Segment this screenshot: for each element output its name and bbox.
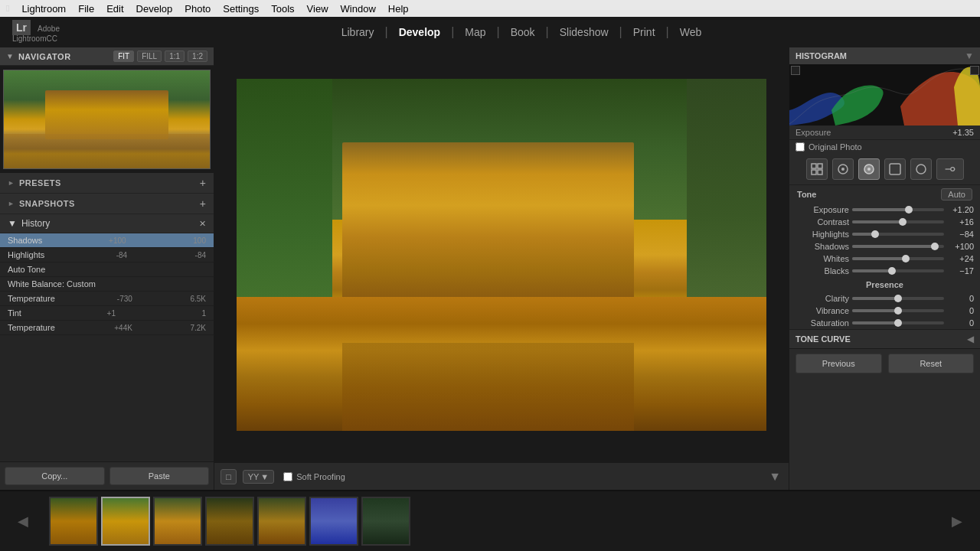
navigator-header[interactable]: ▼ Navigator FIT FILL 1:1 1:2: [0, 47, 214, 66]
highlights-slider-thumb[interactable]: [871, 230, 879, 238]
nav-book[interactable]: Book: [500, 26, 546, 38]
saturation-slider[interactable]: [852, 321, 944, 324]
history-label: History: [21, 218, 50, 229]
filmstrip-collapse-left[interactable]: ◀: [0, 513, 46, 530]
menu-file[interactable]: File: [78, 3, 94, 15]
contrast-slider-thumb[interactable]: [899, 218, 906, 226]
presets-section[interactable]: ► Presets +: [0, 173, 214, 194]
history-item[interactable]: White Balance: Custom: [0, 277, 214, 292]
original-photo-checkbox[interactable]: [795, 142, 805, 152]
blacks-slider-thumb[interactable]: [888, 267, 896, 275]
vibrance-slider[interactable]: [852, 309, 944, 312]
menu-tools[interactable]: Tools: [271, 3, 294, 15]
highlights-slider-label: Highlights: [795, 230, 849, 239]
svg-rect-1: [812, 164, 816, 168]
history-item[interactable]: Highlights -84 -84: [0, 248, 214, 262]
menu-photo[interactable]: Photo: [185, 3, 211, 15]
nav-1to1-btn[interactable]: 1:1: [165, 51, 185, 62]
reset-button[interactable]: Reset: [888, 354, 975, 373]
radial-tool-btn[interactable]: [910, 158, 932, 180]
yx-select[interactable]: YY ▼: [243, 470, 275, 484]
history-item[interactable]: Tint +1 1: [0, 306, 214, 321]
presets-add-btn[interactable]: +: [200, 177, 206, 189]
shadows-slider[interactable]: [852, 245, 944, 248]
snapshots-add-btn[interactable]: +: [200, 197, 206, 210]
blacks-slider[interactable]: [852, 269, 944, 272]
nav-fill-btn[interactable]: FILL: [137, 51, 162, 62]
auto-tone-btn[interactable]: Auto: [941, 188, 972, 201]
crop-tool-btn[interactable]: [832, 158, 854, 180]
highlights-slider[interactable]: [852, 233, 944, 236]
history-item[interactable]: Temperature -730 6.5K: [0, 292, 214, 306]
menu-window[interactable]: Window: [341, 3, 376, 15]
vibrance-slider-thumb[interactable]: [894, 307, 902, 315]
view-mode-btn[interactable]: □: [220, 469, 237, 484]
nav-print[interactable]: Print: [622, 26, 666, 38]
contrast-slider[interactable]: [852, 220, 944, 223]
histogram-header[interactable]: Histogram ▼: [789, 47, 980, 64]
paste-button[interactable]: Paste: [109, 467, 210, 485]
view-expand-btn[interactable]: ▼: [767, 468, 782, 485]
apple-menu[interactable]: : [6, 3, 9, 14]
heal-tool-btn[interactable]: [858, 158, 880, 180]
exposure-slider[interactable]: [852, 208, 944, 211]
menu-settings[interactable]: Settings: [223, 3, 259, 15]
tone-curve-label: Tone Curve: [795, 334, 851, 344]
history-item[interactable]: Temperature +44K 7.2K: [0, 321, 214, 335]
clarity-slider[interactable]: [852, 297, 944, 300]
exposure-slider-thumb[interactable]: [905, 206, 913, 214]
nav-ratio-btn[interactable]: 1:2: [188, 51, 207, 62]
menu-view[interactable]: View: [307, 3, 328, 15]
saturation-slider-thumb[interactable]: [894, 319, 902, 327]
original-photo-row: Original Photo: [789, 140, 980, 154]
filmstrip-collapse-right[interactable]: ▶: [934, 513, 980, 530]
adjustment-tool-btn[interactable]: [936, 158, 964, 180]
menu-lightroom[interactable]: Lightroom: [21, 3, 66, 15]
softproof-checkbox[interactable]: [283, 472, 292, 481]
film-thumb-3[interactable]: [153, 497, 202, 546]
nav-slideshow[interactable]: Slideshow: [549, 26, 619, 38]
menu-edit[interactable]: Edit: [106, 3, 123, 15]
gradient-tool-btn[interactable]: [884, 158, 906, 180]
history-item[interactable]: Auto Tone: [0, 262, 214, 277]
clarity-slider-thumb[interactable]: [894, 295, 902, 302]
nav-library[interactable]: Library: [331, 26, 385, 38]
module-nav: Library | Develop | Map | Book | Slidesh…: [331, 25, 713, 39]
histogram-title: Histogram: [795, 51, 847, 60]
copy-button[interactable]: Copy...: [5, 467, 105, 485]
clarity-slider-label: Clarity: [795, 294, 849, 303]
history-header[interactable]: ▼ History ✕: [0, 214, 214, 233]
nav-fit-btn[interactable]: FIT: [113, 51, 134, 62]
nav-map[interactable]: Map: [454, 26, 496, 38]
tone-curve-section[interactable]: Tone Curve ◀: [789, 329, 980, 348]
shadows-slider-thumb[interactable]: [931, 243, 939, 250]
exposure-info-row: Exposure +1.35: [789, 126, 980, 140]
film-thumb-1[interactable]: [49, 497, 98, 546]
exposure-slider-row: Exposure +1.20: [789, 204, 980, 216]
nav-web[interactable]: Web: [669, 26, 713, 38]
previous-button[interactable]: Previous: [795, 354, 882, 373]
softproof-label: Soft Proofing: [296, 472, 345, 481]
softproof-toggle[interactable]: Soft Proofing: [283, 472, 345, 481]
film-thumb-4[interactable]: [205, 497, 254, 546]
snapshots-section[interactable]: ► Snapshots +: [0, 194, 214, 214]
svg-rect-9: [890, 164, 900, 174]
nav-develop[interactable]: Develop: [388, 26, 451, 38]
histogram-collapse-btn[interactable]: ▼: [965, 51, 974, 61]
histogram-canvas: [789, 64, 980, 126]
film-thumb-7[interactable]: [361, 497, 410, 546]
menu-help[interactable]: Help: [388, 3, 409, 15]
film-thumb-5[interactable]: [257, 497, 306, 546]
menu-develop[interactable]: Develop: [136, 3, 173, 15]
clipping-highlights-btn[interactable]: [970, 66, 979, 75]
history-triangle: ▼: [8, 218, 17, 229]
film-thumb-6[interactable]: [309, 497, 358, 546]
clipping-shadows-btn[interactable]: [791, 66, 800, 75]
snapshots-triangle: ►: [8, 200, 15, 207]
whites-slider[interactable]: [852, 257, 944, 260]
grid-tool-btn[interactable]: [806, 158, 828, 180]
history-item[interactable]: Shadows +100 100: [0, 233, 214, 248]
history-close-btn[interactable]: ✕: [199, 219, 206, 229]
film-thumb-2[interactable]: [101, 497, 150, 546]
whites-slider-thumb[interactable]: [902, 255, 910, 262]
